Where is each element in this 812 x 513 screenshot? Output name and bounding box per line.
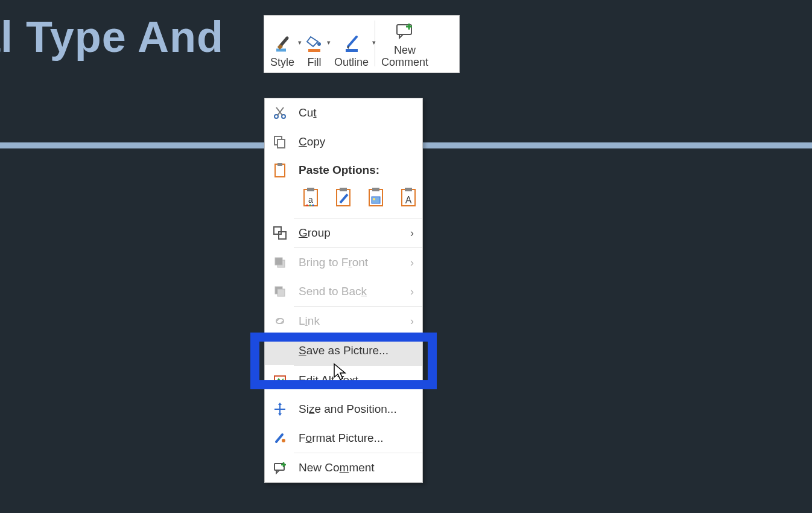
svg-line-6 (348, 37, 357, 46)
mini-toolbar: ▾ Style ▾ Fill ▾ Outline (264, 15, 460, 73)
svg-point-23 (306, 205, 308, 206)
svg-marker-46 (278, 413, 282, 416)
svg-rect-30 (372, 188, 379, 191)
svg-rect-5 (346, 49, 358, 52)
svg-marker-9 (399, 34, 403, 38)
svg-line-14 (278, 107, 284, 115)
paste-picture-button[interactable] (364, 185, 388, 209)
svg-rect-34 (405, 188, 412, 191)
svg-rect-31 (372, 197, 380, 203)
svg-rect-18 (275, 164, 285, 177)
svg-point-4 (317, 42, 321, 46)
scissors-icon (272, 105, 288, 121)
link-icon (272, 313, 288, 329)
copy-icon (272, 134, 288, 150)
new-comment-button[interactable]: New Comment (376, 18, 433, 69)
paste-options-row: a A (265, 184, 422, 218)
menu-item-bring-to-front: Bring to Front › (265, 248, 422, 277)
svg-marker-49 (276, 470, 279, 473)
menu-item-label: Send to Back (299, 285, 399, 298)
paste-options-label: Paste Options: (299, 164, 414, 177)
fill-label: Fill (308, 57, 322, 69)
blank-icon (272, 343, 288, 358)
svg-rect-21 (307, 188, 314, 191)
svg-rect-39 (275, 258, 282, 265)
new-comment-label: New Comment (381, 45, 428, 69)
menu-item-label: Group (299, 226, 399, 240)
chevron-right-icon: › (410, 315, 414, 328)
format-picture-icon (272, 430, 288, 446)
style-brush-icon (272, 33, 293, 53)
svg-line-15 (276, 107, 282, 115)
group-icon (272, 225, 288, 241)
menu-item-size-and-position[interactable]: Size and Position... (265, 395, 422, 424)
svg-rect-41 (278, 289, 285, 296)
svg-point-25 (312, 205, 314, 206)
menu-item-label: Save as Picture... (299, 344, 414, 357)
svg-text:A: A (405, 195, 412, 205)
menu-item-format-picture[interactable]: Format Picture... (265, 424, 422, 453)
outline-label: Outline (334, 57, 369, 69)
outline-dropdown-button[interactable]: ▾ Outline (329, 30, 373, 69)
new-comment-icon (395, 21, 415, 41)
context-menu: Cut Copy Paste Options: a (264, 98, 423, 483)
menu-item-label: Format Picture... (299, 432, 414, 445)
chevron-down-icon: ▾ (372, 39, 376, 46)
menu-item-copy[interactable]: Copy (265, 127, 422, 156)
menu-item-new-comment[interactable]: New Comment (265, 453, 422, 482)
menu-item-label: Size and Position... (299, 403, 414, 416)
menu-item-label: Copy (299, 135, 414, 148)
menu-item-group[interactable]: Group › (265, 218, 422, 247)
menu-item-label: Cut (299, 106, 414, 119)
paste-keep-text-only-button[interactable]: A (396, 185, 420, 209)
svg-rect-19 (278, 163, 282, 166)
chevron-right-icon: › (410, 256, 414, 269)
style-dropdown-button[interactable]: ▾ Style (265, 30, 299, 69)
svg-point-47 (282, 439, 285, 442)
clipboard-icon (272, 162, 288, 178)
svg-rect-27 (340, 188, 347, 191)
menu-item-link: Link › (265, 307, 422, 336)
menu-paste-options-header: Paste Options: (265, 156, 422, 184)
menu-item-label: Bring to Front (299, 256, 399, 269)
menu-item-cut[interactable]: Cut (265, 98, 422, 127)
paste-keep-source-formatting-button[interactable] (331, 185, 355, 209)
menu-item-save-as-picture[interactable]: Save as Picture... (265, 336, 422, 365)
svg-marker-45 (278, 403, 282, 405)
slide-title-text-partial: al Type And (0, 12, 224, 62)
svg-rect-17 (278, 139, 285, 148)
paste-use-destination-theme-button[interactable]: a (299, 185, 323, 209)
send-to-back-icon (272, 284, 288, 299)
menu-item-send-to-back: Send to Back › (265, 277, 422, 306)
svg-point-32 (373, 198, 375, 200)
svg-rect-3 (308, 49, 320, 52)
style-label: Style (270, 57, 294, 69)
menu-item-label: Edit Alt Text... (299, 374, 414, 387)
new-comment-icon (272, 460, 288, 476)
size-position-icon (272, 401, 288, 417)
menu-item-label: New Comment (299, 461, 414, 474)
menu-item-edit-alt-text[interactable]: Edit Alt Text... (265, 366, 422, 395)
outline-pen-icon (341, 33, 362, 53)
chevron-right-icon: › (410, 285, 414, 298)
alt-text-icon (272, 372, 288, 388)
svg-rect-36 (274, 227, 281, 234)
fill-dropdown-button[interactable]: ▾ Fill (299, 30, 329, 69)
fill-bucket-icon (304, 33, 325, 53)
svg-rect-37 (279, 232, 286, 239)
svg-point-24 (309, 205, 311, 206)
chevron-right-icon: › (410, 227, 414, 240)
bring-to-front-icon (272, 255, 288, 270)
menu-item-label: Link (299, 314, 399, 328)
svg-text:a: a (308, 195, 313, 205)
